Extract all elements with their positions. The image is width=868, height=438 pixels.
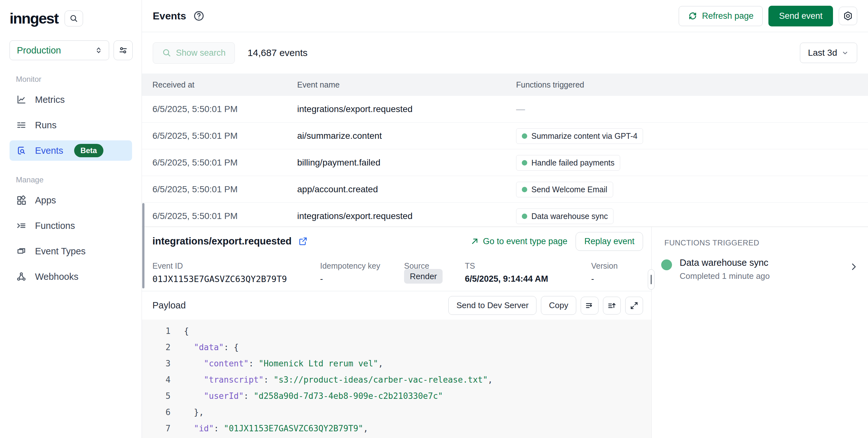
row-event-name: integrations/export.requested [297,203,413,230]
status-dot-icon [522,134,527,139]
function-badge[interactable]: Summarize content via GPT-4 [516,128,643,144]
panel-resize-handle[interactable] [648,269,654,290]
row-no-functions: — [516,104,525,114]
sidebar-item-label: Event Types [35,246,86,257]
function-badge-label: Summarize content via GPT-4 [531,132,637,141]
page-header: Events Refresh page Send event [142,0,868,32]
wrap-text-icon [585,301,594,310]
idempotency-key-value: - [320,274,323,284]
expand-icon [629,301,639,310]
sidebar-item-webhooks[interactable]: Webhooks [9,266,132,287]
time-range-value: Last 3d [808,48,837,58]
version-value: - [591,274,594,284]
function-badge-label: Send Welcome Email [531,185,608,194]
function-badge[interactable]: Handle failed payments [516,155,620,171]
code-line: 5 "userId": "d258a90d-7d73-4eb8-909e-c2b… [142,388,651,404]
search-icon [69,14,78,23]
metrics-icon [16,94,27,105]
events-count: 14,687 events [248,48,307,58]
functions-triggered-panel: FUNCTIONS TRIGGERED Data warehouse sync … [651,227,868,438]
refresh-page-label: Refresh page [702,11,753,21]
triggered-function-status: Completed 1 minute ago [680,271,770,281]
scroll-to-top-icon [607,301,617,310]
events-toolbar: Show search 14,687 events Last 3d [142,32,868,74]
sidebar-item-metrics[interactable]: Metrics [9,89,132,110]
event-detail-main: integrations/export.requested Go to even… [142,227,651,438]
row-event-name: ai/summarize.content [297,122,382,149]
page-title: Events [153,10,186,22]
table-row[interactable]: 6/5/2025, 5:50:01 PM integrations/export… [142,203,868,230]
sidebar: inngest Production Monitor Metrics [0,0,142,438]
events-icon [16,145,27,156]
sidebar-item-label: Functions [35,221,75,231]
chevron-up-down-icon [94,46,103,55]
environment-select-value: Production [17,45,61,56]
apps-icon [16,195,27,206]
column-header-event-name: Event name [297,74,340,96]
runs-icon [16,120,27,130]
settings-button[interactable] [839,7,857,25]
sidebar-item-event-types[interactable]: Event Types [9,241,132,261]
send-to-dev-server-button[interactable]: Send to Dev Server [448,296,536,315]
copy-payload-button[interactable]: Copy [541,296,576,315]
table-row[interactable]: 6/5/2025, 5:50:01 PM integrations/export… [142,96,868,122]
code-line: 3 "content": "Homenick Ltd rerum vel", [142,355,651,372]
show-search-button[interactable]: Show search [153,42,235,64]
chevron-right-icon [849,262,859,271]
help-icon [193,10,205,22]
event-detail-panel: integrations/export.requested Go to even… [142,227,868,438]
resize-grip-icon [651,275,652,284]
refresh-icon [688,11,698,21]
sidebar-item-functions[interactable]: Functions [9,215,132,236]
row-received-at: 6/5/2025, 5:50:01 PM [152,96,238,122]
function-badge-label: Data warehouse sync [531,212,608,221]
row-received-at: 6/5/2025, 5:50:01 PM [152,176,238,203]
open-event-external-button[interactable] [298,236,308,246]
ts-label: TS [465,261,475,270]
go-to-event-type-link[interactable]: Go to event type page [470,236,568,246]
payload-title: Payload [152,300,186,311]
refresh-page-button[interactable]: Refresh page [679,6,763,26]
sidebar-item-apps[interactable]: Apps [9,190,132,210]
function-badge[interactable]: Send Welcome Email [516,182,613,197]
version-label: Version [591,261,618,270]
expand-payload-button[interactable] [625,297,643,315]
sidebar-item-label: Runs [35,120,57,130]
code-line: 1{ [142,323,651,339]
triggered-function-name: Data warehouse sync [680,258,770,268]
source-badge: Render [404,269,442,284]
sidebar-section-monitor: Monitor [16,75,132,84]
send-event-button[interactable]: Send event [768,6,833,26]
sidebar-item-runs[interactable]: Runs [9,115,132,135]
table-row[interactable]: 6/5/2025, 5:50:01 PM app/account.created… [142,176,868,203]
function-badge[interactable]: Data warehouse sync [516,208,614,224]
arrow-up-right-icon [470,237,479,246]
ts-value: 6/5/2025, 9:14:44 AM [465,274,548,284]
show-search-label: Show search [176,48,225,58]
payload-code-editor[interactable]: 1{ 2 "data": { 3 "content": "Homenick Lt… [142,320,651,438]
table-row[interactable]: 6/5/2025, 5:50:01 PM billing/payment.fai… [142,149,868,176]
event-detail-title: integrations/export.requested [152,236,292,247]
help-button[interactable] [193,10,205,22]
triggered-function-item[interactable]: Data warehouse sync Completed 1 minute a… [661,258,859,281]
replay-event-button[interactable]: Replay event [576,232,643,251]
scroll-to-top-button[interactable] [603,297,621,315]
idempotency-key-label: Idempotency key [320,261,380,270]
sidebar-item-label: Webhooks [35,271,79,282]
column-header-received-at: Received at [152,74,194,96]
events-list-scrollbar[interactable] [142,203,145,288]
column-header-functions-triggered: Functions triggered [516,74,584,96]
wrap-text-button[interactable] [581,297,598,315]
time-range-dropdown[interactable]: Last 3d [800,43,857,63]
status-dot-icon [522,213,527,219]
functions-triggered-heading: FUNCTIONS TRIGGERED [664,238,759,247]
code-line: 7 "id": "01JX1153E7GASVZC63QY2B79T9", [142,420,651,436]
events-table-header: Received at Event name Functions trigger… [142,74,868,96]
beta-badge: Beta [74,144,103,157]
sidebar-item-events[interactable]: Events Beta [9,140,132,161]
environment-settings-button[interactable] [114,40,133,60]
row-event-name: app/account.created [297,176,378,203]
table-row[interactable]: 6/5/2025, 5:50:01 PM ai/summarize.conten… [142,122,868,149]
environment-select[interactable]: Production [9,40,109,60]
global-search-button[interactable] [65,10,83,26]
